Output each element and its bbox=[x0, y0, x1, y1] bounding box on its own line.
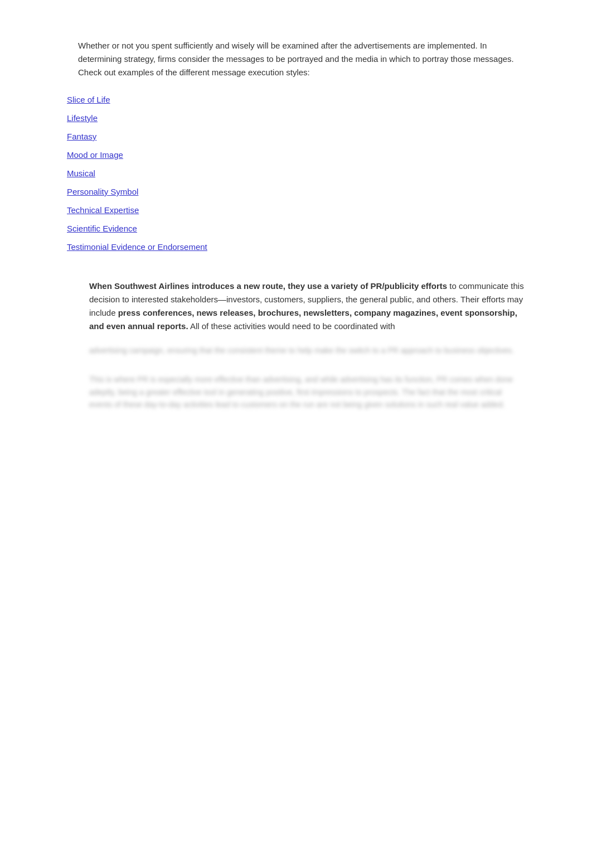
page-container: Whether or not you spent sufficiently an… bbox=[0, 22, 592, 433]
link-musical[interactable]: Musical bbox=[67, 168, 559, 178]
blurred-section-2: This is where PR is especially more effe… bbox=[89, 373, 525, 411]
link-scientific-evidence[interactable]: Scientific Evidence bbox=[67, 224, 559, 233]
intro-paragraph: Whether or not you spent sufficiently an… bbox=[78, 39, 514, 79]
blurred-text-2: This is where PR is especially more effe… bbox=[89, 373, 525, 411]
intro-text: Whether or not you spent sufficiently an… bbox=[78, 39, 514, 79]
blurred-text-1: advertising campaign, ensuring that the … bbox=[89, 344, 525, 356]
link-mood-or-image[interactable]: Mood or Image bbox=[67, 150, 559, 160]
link-fantasy[interactable]: Fantasy bbox=[67, 132, 559, 141]
southwest-section: When Southwest Airlines introduces a new… bbox=[89, 279, 525, 333]
southwest-paragraph: When Southwest Airlines introduces a new… bbox=[89, 279, 525, 333]
link-slice-of-life[interactable]: Slice of Life bbox=[67, 95, 559, 104]
links-section: Slice of Life Lifestyle Fantasy Mood or … bbox=[67, 95, 559, 252]
link-personality-symbol[interactable]: Personality Symbol bbox=[67, 187, 559, 196]
link-technical-expertise[interactable]: Technical Expertise bbox=[67, 205, 559, 215]
link-lifestyle[interactable]: Lifestyle bbox=[67, 113, 559, 123]
blurred-section-1: advertising campaign, ensuring that the … bbox=[89, 344, 525, 356]
link-testimonial-evidence[interactable]: Testimonial Evidence or Endorsement bbox=[67, 242, 559, 252]
southwest-intro-bold: When Southwest Airlines introduces a new… bbox=[89, 281, 447, 291]
